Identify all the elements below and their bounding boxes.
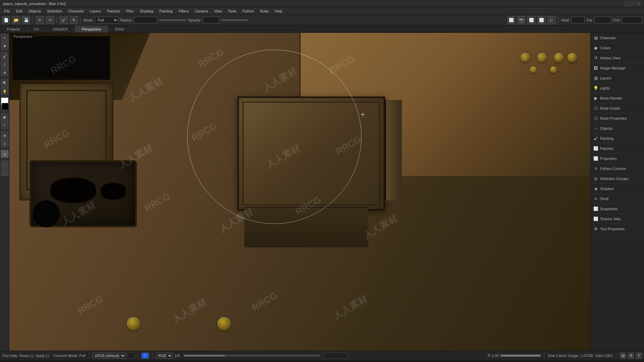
menu-item-patches[interactable]: Patches [104,8,123,14]
opacity-input[interactable]: 1.000 [203,17,219,23]
new-button[interactable]: 📄 [2,16,10,24]
menu-item-painting[interactable]: Painting [157,8,175,14]
tab-perspective[interactable]: Perspective [75,25,108,33]
panel-item-shelf[interactable]: ≡Shelf [591,194,644,204]
brush-btn[interactable]: ◉ [1,113,8,121]
tool-btn-2[interactable]: ✎ [70,16,78,24]
info-btn[interactable]: ℹ [636,353,642,359]
render-btn[interactable]: ▤ [620,353,626,359]
tool-btn-1[interactable]: 🖊 [60,16,68,24]
panel-item-selection-groups[interactable]: ◎Selection Groups [591,174,644,184]
menu-item-selection[interactable]: Selection [44,8,65,14]
menu-item-ptex[interactable]: Ptex [124,8,137,14]
zoom-tool[interactable]: 🔍 [1,79,8,86]
cam-btn-2[interactable]: 📷 [517,16,525,24]
sb-sep-1 [89,353,89,359]
menu-item-python[interactable]: Python [240,8,257,14]
channel-input[interactable]: R [128,353,135,359]
maximize-button[interactable]: □ [631,1,635,6]
tab-uv[interactable]: UV [27,25,46,33]
extra-btn2[interactable]: ⬚ [1,169,8,176]
panel-item-painting[interactable]: 🖌Painting [591,133,644,143]
move-tool[interactable]: ✚ [1,42,8,50]
panel-item-shaders[interactable]: ◈Shaders [591,184,644,194]
panel-item-lights[interactable]: 💡Lights [591,83,644,93]
panel-item-texture-sets[interactable]: ⬜Texture Sets [591,214,644,224]
mode-label: · Currrent Mode: Pull [51,354,85,358]
paint-tool[interactable]: 🖌 [1,53,8,60]
color-swatch[interactable] [142,353,149,359]
panel-item-history-view[interactable]: ↺History View [591,53,644,63]
panel-item-image-manager[interactable]: 🖼Image Manager [591,63,644,73]
active-tool[interactable]: ⊡ [1,150,8,158]
transform-btn[interactable]: ⊞ [1,132,8,139]
redo-button[interactable]: ↪ [46,16,54,24]
radius-input[interactable]: 582 [134,17,157,23]
clone-tool[interactable]: ⊕ [1,69,8,76]
panel-item-icon-1: ◉ [593,46,598,50]
save-button[interactable]: 💾 [22,16,30,24]
panel-item-icon-8: ⬡ [593,116,598,121]
mode-dropdown[interactable]: Pull Push [95,17,118,23]
panel-item-node-graph[interactable]: ⬡Node Graph [591,103,644,113]
panel-item-colors[interactable]: ◉Colors [591,43,644,53]
menu-item-camera[interactable]: Camera [192,8,211,14]
panel-item-channels[interactable]: ▤Channels [591,33,644,43]
cam-btn-5[interactable]: ▷ [547,16,555,24]
panel-item-icon-3: 🖼 [593,66,598,70]
opacity-slider[interactable] [221,19,248,21]
tab-ortho-uv[interactable]: Ortho/UV [46,25,75,33]
menu-item-tools[interactable]: Tools [225,8,239,14]
panel-item-tool-properties[interactable]: ⚙Tool Properties [591,224,644,234]
near-input[interactable]: 0.1 [571,17,585,23]
settings-btn[interactable]: ⚙ [628,353,634,359]
menu-item-nuke[interactable]: Nuke [257,8,271,14]
pan-tool[interactable]: ✋ [1,87,8,95]
menu-item-shading[interactable]: Shading [137,8,156,14]
menu-item-help[interactable]: Help [272,8,285,14]
warp-btn[interactable]: ⟨⟩ [1,140,8,147]
erase-tool[interactable]: ◻ [1,61,8,68]
radius-slider[interactable] [159,19,186,21]
lt-sep-2 [1,77,8,78]
cam-btn-4[interactable]: ⬜ [537,16,545,24]
smear-btn[interactable]: ≈ [1,121,8,129]
tab-projects[interactable]: Projects [0,25,27,33]
tab-ortho[interactable]: Ortho [108,25,131,33]
select-tool[interactable]: ↖ [1,34,8,42]
panel-item-projectors[interactable]: ⬜Projectors [591,154,644,164]
far-input[interactable]: 1000 [594,17,611,23]
panel-item-snapshots[interactable]: ⬜Snapshots [591,204,644,214]
panel-item-python-console[interactable]: ≡Python Console [591,164,644,174]
viewport-canvas[interactable]: RRCG 人人素材 RRCG 人人素材 RRCG RRCG 人人素材 RRCG … [9,33,590,351]
menu-item-edit[interactable]: Edit [13,8,25,14]
close-button[interactable]: ✕ [637,1,641,6]
extra-btn[interactable]: ⬚ [1,161,8,168]
colorspace-dropdown[interactable]: sRGB (default) [93,353,126,359]
minimize-button[interactable]: ─ [625,1,629,6]
r-slider[interactable] [500,355,541,357]
cam-btn-1[interactable]: ⬜ [507,16,515,24]
menu-item-view[interactable]: View [211,8,225,14]
panel-item-node-properties[interactable]: ⬡Node Properties [591,113,644,123]
open-button[interactable]: 📂 [12,16,20,24]
menu-item-filters[interactable]: Filters [176,8,192,14]
panel-item-label-12: Projectors [600,157,617,161]
panel-item-patches[interactable]: ⬜Patches [591,143,644,154]
sb-sep-4 [544,353,544,359]
panel-item-modo-render[interactable]: ▶Modo Render [591,93,644,103]
cam-btn-3[interactable]: ⬜ [527,16,535,24]
timeline-slider[interactable] [184,355,320,357]
value-input[interactable]: 1.000000 [324,353,347,359]
menu-item-file[interactable]: File [1,8,13,14]
toolbar-separator-2 [57,17,57,23]
fov-input[interactable]: 24.000 [622,17,642,23]
panel-item-objects[interactable]: ○Objects [591,123,644,133]
undo-button[interactable]: ↩ [36,16,44,24]
menu-item-objects[interactable]: Objects [26,8,44,14]
display-dropdown[interactable]: RGB [156,353,173,359]
bg-color[interactable] [2,103,9,110]
menu-item-layers[interactable]: Layers [87,8,104,14]
menu-item-channels[interactable]: Channels [65,8,86,14]
panel-item-layers[interactable]: ▥Layers [591,73,644,83]
